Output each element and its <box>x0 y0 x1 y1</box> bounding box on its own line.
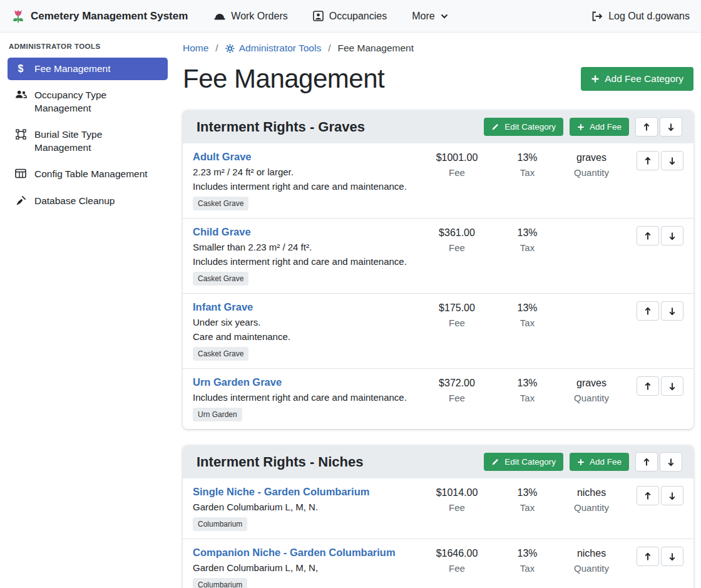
fee-tax-col: 13% Tax <box>498 301 557 328</box>
fee-tax-col: 13% Tax <box>498 547 557 574</box>
fee-category-card-graves: Interment Rights - Graves Edit Category … <box>183 110 693 429</box>
sidebar-item-fee-management[interactable]: $ Fee Management <box>8 58 168 80</box>
fee-reorder-buttons <box>637 151 683 170</box>
dollar-icon: $ <box>14 64 28 74</box>
app-brand[interactable]: Cemetery Management System <box>11 8 188 24</box>
fee-reorder-buttons <box>637 301 683 321</box>
arrow-up-icon <box>644 552 652 561</box>
main-nav: Work Orders Occupancies More <box>214 11 448 22</box>
fee-tax-col: 13% Tax <box>498 226 557 253</box>
move-fee-up-button[interactable] <box>637 547 659 566</box>
arrow-down-icon <box>667 123 675 132</box>
admin-sidebar: ADMINISTRATOR TOOLS $ Fee Management Occ… <box>0 33 175 588</box>
fee-type-badge: Columbarium <box>193 517 247 531</box>
move-category-down-button[interactable] <box>660 452 682 472</box>
edit-category-button[interactable]: Edit Category <box>484 118 563 136</box>
sidebar-item-database-cleanup[interactable]: Database Cleanup <box>8 190 168 212</box>
fee-description: Includes interment right and care and ma… <box>193 392 416 403</box>
category-reorder-buttons <box>635 117 682 137</box>
fee-category-card-niches: Interment Rights - Niches Edit Category … <box>183 445 693 588</box>
category-reorder-buttons <box>635 452 682 472</box>
fee-amount-col: $1014.00 Fee <box>416 486 498 513</box>
edit-category-button[interactable]: Edit Category <box>484 453 563 471</box>
move-category-up-button[interactable] <box>635 117 658 137</box>
add-fee-button[interactable]: Add Fee <box>570 118 629 136</box>
fee-name-link[interactable]: Child Grave <box>193 226 251 237</box>
move-fee-up-button[interactable] <box>637 151 659 170</box>
fee-amount-col: $361.00 Fee <box>416 226 498 253</box>
fee-reorder-buttons <box>637 486 683 505</box>
occupancy-icon <box>313 11 324 21</box>
move-fee-down-button[interactable] <box>661 301 683 321</box>
app-title: Cemetery Management System <box>31 10 188 23</box>
nav-occupancies[interactable]: Occupancies <box>313 11 387 22</box>
sidebar-item-config-table[interactable]: Config Table Management <box>8 163 168 185</box>
fee-name-link[interactable]: Adult Grave <box>193 151 252 162</box>
add-fee-button[interactable]: Add Fee <box>570 453 629 471</box>
move-category-up-button[interactable] <box>635 452 658 472</box>
move-fee-down-button[interactable] <box>661 151 683 170</box>
fee-tax-col: 13% Tax <box>498 486 557 513</box>
arrow-down-icon <box>668 157 676 165</box>
breadcrumb: Home / Administrator Tools / Fee Managem… <box>183 43 693 54</box>
fee-description: Garden Columbarium L, M, N. <box>193 502 416 512</box>
category-header: Interment Rights - Graves Edit Category … <box>183 110 693 143</box>
move-fee-down-button[interactable] <box>661 376 683 396</box>
breadcrumb-separator: / <box>328 43 330 54</box>
sidebar-item-occupancy-type[interactable]: Occupancy Type Management <box>8 84 168 120</box>
fee-row-urn-garden-grave: Urn Garden Grave Includes interment righ… <box>183 369 693 429</box>
gear-icon <box>225 44 235 53</box>
fee-description: Care and maintenance. <box>193 331 416 342</box>
arrow-down-icon <box>668 382 676 391</box>
move-fee-up-button[interactable] <box>637 376 659 396</box>
move-fee-down-button[interactable] <box>661 486 683 505</box>
add-fee-category-button[interactable]: Add Fee Category <box>581 67 693 91</box>
category-header: Interment Rights - Niches Edit Category … <box>183 445 693 478</box>
fee-quantity-col: niches Quantity <box>557 547 626 574</box>
broom-icon <box>14 195 28 206</box>
breadcrumb-home-link[interactable]: Home <box>183 43 208 54</box>
arrow-up-icon <box>644 232 652 240</box>
fee-type-badge: Casket Grave <box>193 197 248 210</box>
move-category-down-button[interactable] <box>660 117 682 137</box>
fee-quantity-col: niches Quantity <box>557 486 626 513</box>
chevron-down-icon <box>441 14 448 19</box>
plus-icon <box>577 123 585 131</box>
fee-name-link[interactable]: Companion Niche - Garden Columbarium <box>193 547 396 558</box>
main-content: Home / Administrator Tools / Fee Managem… <box>175 33 701 588</box>
fee-type-badge: Columbarium <box>193 578 247 588</box>
move-fee-up-button[interactable] <box>637 226 659 245</box>
logout-button[interactable]: Log Out d.gowans <box>591 11 690 22</box>
arrow-up-icon <box>643 123 650 132</box>
fee-type-badge: Casket Grave <box>193 347 248 361</box>
hardhat-icon <box>214 12 225 21</box>
fee-quantity-col: graves Quantity <box>557 376 626 403</box>
nav-work-orders[interactable]: Work Orders <box>214 11 287 22</box>
breadcrumb-admin-tools-link[interactable]: Administrator Tools <box>225 43 322 54</box>
fee-amount-col: $1646.00 Fee <box>416 547 498 574</box>
fee-amount-col: $1001.00 Fee <box>416 151 498 178</box>
arrow-up-icon <box>643 458 650 467</box>
fee-row-companion-niche: Companion Niche - Garden Columbarium Gar… <box>183 539 693 588</box>
nav-more[interactable]: More <box>412 11 448 22</box>
pencil-icon <box>491 123 499 131</box>
fee-description: Includes interment right and care and ma… <box>193 256 416 267</box>
fee-description: Under six years. <box>193 317 416 328</box>
fee-name-link[interactable]: Single Niche - Garden Columbarium <box>193 486 369 497</box>
arrow-down-icon <box>668 232 676 240</box>
fee-row-adult-grave: Adult Grave 2.23 m² / 24 ft² or larger. … <box>183 143 693 219</box>
breadcrumb-separator: / <box>215 43 218 54</box>
move-fee-up-button[interactable] <box>637 301 659 321</box>
fee-amount-col: $372.00 Fee <box>416 376 498 403</box>
fee-row-child-grave: Child Grave Smaller than 2.23 m² / 24 ft… <box>183 219 693 294</box>
fee-name-link[interactable]: Infant Grave <box>193 301 253 312</box>
top-navbar: Cemetery Management System Work Orders O… <box>0 0 701 33</box>
move-fee-down-button[interactable] <box>661 226 683 245</box>
move-fee-up-button[interactable] <box>637 486 659 505</box>
move-fee-down-button[interactable] <box>661 547 683 566</box>
fee-row-single-niche: Single Niche - Garden Columbarium Garden… <box>183 478 693 539</box>
fee-name-link[interactable]: Urn Garden Grave <box>193 376 282 388</box>
arrow-up-icon <box>644 157 652 165</box>
sidebar-item-burial-site-type[interactable]: Burial Site Type Management <box>8 123 168 159</box>
arrow-down-icon <box>668 307 676 316</box>
